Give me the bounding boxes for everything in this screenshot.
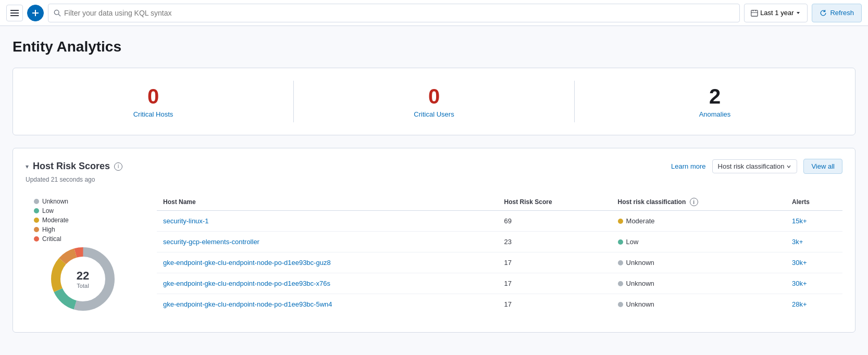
alerts-link[interactable]: 28k+ bbox=[792, 300, 807, 308]
classification-label: Low bbox=[626, 238, 639, 246]
refresh-icon bbox=[820, 9, 827, 17]
legend: Unknown Low Moderate High bbox=[34, 198, 69, 243]
add-button[interactable] bbox=[27, 5, 44, 21]
classification-label: Moderate bbox=[626, 217, 655, 225]
cell-host-name: security-linux-1 bbox=[157, 211, 498, 232]
cell-host-score: 17 bbox=[498, 273, 612, 294]
host-name-link[interactable]: security-gcp-elements-controller bbox=[163, 238, 259, 246]
svg-rect-2 bbox=[10, 15, 19, 16]
legend-high: High bbox=[34, 226, 69, 233]
classification-label: Unknown bbox=[626, 259, 654, 267]
search-bar[interactable] bbox=[48, 4, 740, 22]
col-classification-info-icon[interactable]: i bbox=[690, 198, 698, 206]
date-range-label: Last 1 year bbox=[760, 9, 793, 17]
legend-label-high: High bbox=[42, 226, 55, 233]
host-risk-table: Host Name Host Risk Score Host risk clas… bbox=[157, 194, 842, 314]
menu-icon-button[interactable] bbox=[6, 5, 23, 21]
cell-host-score: 17 bbox=[498, 294, 612, 315]
info-icon[interactable]: i bbox=[114, 162, 122, 171]
cell-host-score: 23 bbox=[498, 232, 612, 252]
cell-host-score: 69 bbox=[498, 211, 612, 232]
updated-text: Updated 21 seconds ago bbox=[26, 176, 842, 183]
cell-alerts: 28k+ bbox=[786, 294, 842, 315]
alerts-link[interactable]: 30k+ bbox=[792, 280, 807, 287]
critical-hosts-value: 0 bbox=[147, 85, 159, 108]
cell-alerts: 3k+ bbox=[786, 232, 842, 252]
cell-classification: Unknown bbox=[612, 252, 786, 273]
host-name-link[interactable]: gke-endpoint-gke-clu-endpoint-node-po-d1… bbox=[163, 300, 332, 308]
alerts-link[interactable]: 3k+ bbox=[792, 238, 803, 246]
page-title: Entity Analytics bbox=[13, 39, 855, 55]
learn-more-link[interactable]: Learn more bbox=[671, 162, 705, 170]
table-header-row: Host Name Host Risk Score Host risk clas… bbox=[157, 194, 842, 211]
table-row: gke-endpoint-gke-clu-endpoint-node-po-d1… bbox=[157, 294, 842, 315]
classification-dot bbox=[618, 281, 623, 286]
classification-dot bbox=[618, 302, 623, 307]
host-risk-classification-dropdown[interactable]: Host risk classification bbox=[712, 159, 798, 173]
classification-label: Unknown bbox=[626, 280, 654, 287]
view-all-button[interactable]: View all bbox=[803, 159, 842, 174]
critical-hosts-label: Critical Hosts bbox=[133, 110, 173, 118]
table-row: security-linux-1 69 Moderate 15k+ bbox=[157, 211, 842, 232]
search-icon bbox=[54, 9, 61, 17]
legend-label-unknown: Unknown bbox=[42, 198, 68, 205]
anomalies-label: Anomalies bbox=[699, 110, 731, 118]
cell-host-name: gke-endpoint-gke-clu-endpoint-node-po-d1… bbox=[157, 252, 498, 273]
table-row: gke-endpoint-gke-clu-endpoint-node-po-d1… bbox=[157, 273, 842, 294]
section-title: Host Risk Scores bbox=[33, 161, 110, 172]
col-host-name: Host Name bbox=[157, 194, 498, 211]
alerts-link[interactable]: 15k+ bbox=[792, 217, 807, 225]
dropdown-chevron-icon bbox=[786, 164, 791, 169]
alerts-link[interactable]: 30k+ bbox=[792, 259, 807, 267]
cell-host-name: gke-endpoint-gke-clu-endpoint-node-po-d1… bbox=[157, 294, 498, 315]
legend-dot-critical bbox=[34, 236, 39, 242]
svg-point-3 bbox=[54, 10, 59, 15]
legend-dot-unknown bbox=[34, 199, 39, 204]
legend-label-low: Low bbox=[42, 207, 54, 214]
host-name-link[interactable]: gke-endpoint-gke-clu-endpoint-node-po-d1… bbox=[163, 259, 331, 267]
col-alerts: Alerts bbox=[786, 194, 842, 211]
refresh-button[interactable]: Refresh bbox=[812, 4, 862, 22]
cell-alerts: 30k+ bbox=[786, 252, 842, 273]
cell-classification: Moderate bbox=[612, 211, 786, 232]
donut-chart: 22 Total bbox=[46, 243, 119, 315]
svg-rect-0 bbox=[10, 10, 19, 11]
table-body: security-linux-1 69 Moderate 15k+ securi… bbox=[157, 211, 842, 315]
host-risk-section: ▾ Host Risk Scores i Learn more Host ris… bbox=[13, 148, 855, 333]
classification-label: Unknown bbox=[626, 300, 654, 308]
legend-low: Low bbox=[34, 207, 69, 214]
anomalies-value: 2 bbox=[709, 85, 721, 108]
stats-card: 0 Critical Hosts 0 Critical Users 2 Anom… bbox=[13, 68, 855, 135]
anomalies-stat: 2 Anomalies bbox=[575, 81, 855, 122]
date-range-picker[interactable]: Last 1 year bbox=[744, 4, 808, 22]
critical-users-label: Critical Users bbox=[414, 110, 454, 118]
filter-dropdown-label: Host risk classification bbox=[718, 162, 785, 170]
table-row: security-gcp-elements-controller 23 Low … bbox=[157, 232, 842, 252]
chart-area: Unknown Low Moderate High bbox=[26, 194, 140, 322]
cell-alerts: 30k+ bbox=[786, 273, 842, 294]
table-row: gke-endpoint-gke-clu-endpoint-node-po-d1… bbox=[157, 252, 842, 273]
svg-line-4 bbox=[58, 14, 60, 16]
svg-rect-5 bbox=[751, 10, 758, 16]
cell-alerts: 15k+ bbox=[786, 211, 842, 232]
classification-dot bbox=[618, 239, 623, 245]
donut-total-text: Total bbox=[77, 283, 89, 289]
calendar-icon bbox=[751, 9, 758, 17]
donut-label: 22 Total bbox=[77, 269, 89, 289]
cell-classification: Unknown bbox=[612, 294, 786, 315]
section-header: ▾ Host Risk Scores i Learn more Host ris… bbox=[26, 159, 842, 174]
host-name-link[interactable]: security-linux-1 bbox=[163, 217, 208, 225]
section-title-row: ▾ Host Risk Scores i bbox=[26, 161, 122, 172]
critical-users-value: 0 bbox=[428, 85, 440, 108]
main-content: Entity Analytics 0 Critical Hosts 0 Crit… bbox=[0, 26, 868, 345]
cell-classification: Unknown bbox=[612, 273, 786, 294]
search-input[interactable] bbox=[64, 9, 734, 17]
legend-dot-moderate bbox=[34, 218, 39, 223]
collapse-icon[interactable]: ▾ bbox=[26, 163, 29, 170]
legend-moderate: Moderate bbox=[34, 217, 69, 224]
legend-label-critical: Critical bbox=[42, 235, 61, 243]
cell-host-name: security-gcp-elements-controller bbox=[157, 232, 498, 252]
host-name-link[interactable]: gke-endpoint-gke-clu-endpoint-node-po-d1… bbox=[163, 280, 330, 287]
legend-dot-high bbox=[34, 227, 39, 232]
legend-label-moderate: Moderate bbox=[42, 217, 69, 224]
